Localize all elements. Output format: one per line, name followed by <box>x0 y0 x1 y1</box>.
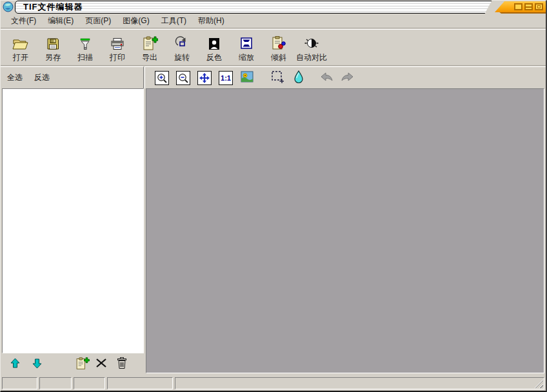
close-button[interactable] <box>535 3 543 10</box>
move-down-icon <box>32 358 43 371</box>
print-label: 打印 <box>110 52 125 63</box>
rotate-button[interactable]: 旋转 <box>166 34 198 64</box>
export-icon <box>141 34 158 51</box>
window-controls <box>495 1 546 12</box>
maximize-button[interactable] <box>524 3 533 10</box>
print-icon <box>110 34 125 51</box>
invert-label: 反色 <box>206 52 222 63</box>
zoom-in-icon <box>155 71 169 85</box>
menu-image[interactable]: 图像(G) <box>117 14 154 28</box>
fit-window-icon <box>197 71 212 85</box>
select-all-button[interactable]: 全选 <box>7 72 23 83</box>
fill-droplet-button[interactable] <box>291 70 306 86</box>
export-button[interactable]: 导出 <box>134 34 166 64</box>
status-panel-1 <box>2 377 37 389</box>
scan-button[interactable]: 扫描 <box>69 34 101 64</box>
delete-x-icon <box>95 358 107 371</box>
rotate-label: 旋转 <box>174 52 190 63</box>
trash-icon <box>116 357 128 372</box>
print-button[interactable]: 打印 <box>101 34 134 64</box>
deskew-label: 倾斜 <box>271 52 286 63</box>
invert-button[interactable]: 反色 <box>198 34 230 64</box>
auto-contrast-label: 自动对比 <box>296 52 327 63</box>
window-title: TIF文件编辑器 <box>23 1 83 13</box>
open-button[interactable]: 打开 <box>5 34 37 64</box>
menu-page[interactable]: 页面(P) <box>80 14 116 28</box>
scan-label: 扫描 <box>77 52 93 63</box>
image-canvas[interactable] <box>146 88 544 373</box>
image-view-icon <box>241 71 254 85</box>
globe-icon <box>3 1 14 12</box>
scan-icon <box>78 34 92 51</box>
zoom-out-button[interactable] <box>175 70 191 86</box>
menu-file[interactable]: 文件(F) <box>6 14 41 28</box>
invert-color-icon <box>208 34 221 51</box>
delete-page-button[interactable] <box>95 358 108 371</box>
select-region-button[interactable] <box>270 70 285 86</box>
fit-window-button[interactable] <box>197 70 212 86</box>
trash-button[interactable] <box>115 358 128 371</box>
page-list-header: 全选 反选 <box>1 66 144 88</box>
undo-button[interactable] <box>319 70 334 86</box>
open-label: 打开 <box>13 52 28 63</box>
auto-contrast-button[interactable]: 自动对比 <box>295 34 328 64</box>
resize-grip[interactable] <box>534 379 543 388</box>
open-folder-icon <box>12 34 29 51</box>
title-capsule: TIF文件编辑器 <box>15 1 497 14</box>
actual-size-icon: 1:1 <box>219 71 233 85</box>
undo-icon <box>319 72 333 84</box>
copy-page-icon <box>74 357 90 373</box>
redo-button[interactable] <box>340 70 355 86</box>
status-panel-4 <box>107 377 173 389</box>
save-as-button[interactable]: 另存 <box>37 34 69 64</box>
move-down-button[interactable] <box>30 358 43 371</box>
invert-selection-button[interactable]: 反选 <box>34 72 50 83</box>
export-label: 导出 <box>142 52 157 63</box>
minimize-button[interactable] <box>514 3 522 10</box>
image-view-button[interactable] <box>239 70 255 86</box>
menu-edit[interactable]: 编辑(E) <box>43 14 79 28</box>
status-panel-2 <box>39 377 72 389</box>
menu-tools[interactable]: 工具(T) <box>156 14 192 28</box>
status-panel-3 <box>74 377 105 389</box>
actual-size-button[interactable]: 1:1 <box>218 70 234 86</box>
move-up-button[interactable] <box>8 358 21 371</box>
copy-page-button[interactable] <box>75 358 88 371</box>
zoom-in-button[interactable] <box>154 70 170 86</box>
page-thumbnail-panel[interactable] <box>2 88 144 353</box>
page-actions-bar <box>2 353 144 375</box>
menubar: 文件(F) 编辑(E) 页面(P) 图像(G) 工具(T) 帮助(H) <box>1 14 546 28</box>
view-toolbar: 1:1 <box>144 66 547 88</box>
fill-droplet-icon <box>293 70 304 86</box>
actual-size-label: 1:1 <box>221 74 231 82</box>
menu-help[interactable]: 帮助(H) <box>193 14 230 28</box>
save-as-floppy-icon <box>46 34 60 51</box>
deskew-icon <box>270 34 287 51</box>
redo-icon <box>341 72 355 84</box>
zoom-scale-label: 缩放 <box>239 52 254 63</box>
status-bar <box>1 375 546 391</box>
zoom-scale-icon <box>239 34 254 51</box>
move-up-icon <box>10 358 21 371</box>
zoom-out-icon <box>176 71 190 85</box>
select-region-icon <box>271 70 284 86</box>
titlebar[interactable]: TIF文件编辑器 <box>1 1 546 14</box>
rotate-icon <box>174 34 190 51</box>
save-as-label: 另存 <box>45 52 61 63</box>
main-toolbar: 打开 另存 <box>1 29 546 66</box>
deskew-button[interactable]: 倾斜 <box>263 34 295 64</box>
auto-contrast-icon <box>303 34 320 51</box>
app-window: TIF文件编辑器 文件(F) 编辑(E) 页面(P) 图像(G) 工具(T) 帮… <box>0 0 547 392</box>
zoom-scale-button[interactable]: 缩放 <box>230 34 263 64</box>
status-panel-5 <box>175 377 544 389</box>
